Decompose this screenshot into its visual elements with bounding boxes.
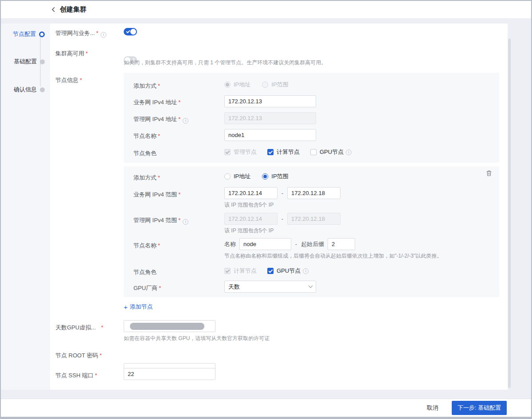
required-asterisk: * <box>159 285 161 291</box>
root-password-label: 节点 ROOT 密码 <box>55 352 98 359</box>
step-basic-config[interactable]: 基础配置 <box>14 58 45 66</box>
back-chevron-icon <box>51 7 56 12</box>
vertical-scrollbar[interactable] <box>508 39 511 388</box>
checkbox-icon <box>224 149 231 155</box>
name-suffix-separator: - <box>291 241 301 247</box>
radio-dot-icon <box>224 173 231 180</box>
delete-node-button[interactable] <box>486 170 492 178</box>
add-mode-label: 添加方式 <box>133 82 156 89</box>
page-title: 创建集群 <box>60 5 86 14</box>
add-node-button[interactable]: + 添加节点 <box>124 303 153 311</box>
cancel-button[interactable]: 取消 <box>427 404 438 412</box>
mgmt-business-label: 管理网与业务... <box>55 30 95 36</box>
info-icon[interactable]: i <box>346 149 352 155</box>
steps-sidebar: 节点配置 基础配置 确认信息 <box>1 23 50 390</box>
step-label: 节点配置 <box>13 30 36 38</box>
business-range-label: 业务网 IPv4 范围 <box>133 191 177 198</box>
required-asterisk: * <box>80 77 82 83</box>
info-icon[interactable]: i <box>303 268 309 274</box>
node-name-hint: 节点名称由名称和后缀组成，后缀将会自动从起始后缀依次往上增加，如"-1/-2/-… <box>224 252 442 260</box>
required-asterisk: * <box>158 133 160 139</box>
mgmt-business-toggle[interactable] <box>124 28 137 35</box>
step-node-config[interactable]: 节点配置 <box>13 30 45 38</box>
radio-ip-address: IP地址 <box>224 81 250 89</box>
radio-dot-icon <box>224 82 231 88</box>
license-label: 天数GPU虚拟... <box>55 324 96 331</box>
info-icon[interactable]: i <box>183 219 188 225</box>
trash-icon <box>486 170 492 176</box>
required-asterisk: * <box>158 242 160 249</box>
checkbox-icon <box>267 268 274 274</box>
node-card-1: 添加方式* IP地址 IP范围 业务网 IPv4 地址* 管理网 IPv4 地址… <box>124 73 499 163</box>
mgmt-ip-label: 管理网 IPv4 地址 <box>133 116 177 122</box>
radio-ip-range: IP范围 <box>262 81 288 89</box>
radio-label: IP地址 <box>234 172 250 180</box>
mgmt-range-end-input <box>287 213 340 225</box>
info-icon[interactable]: i <box>101 32 106 38</box>
required-asterisk: * <box>178 217 180 223</box>
node-name-label: 节点名称 <box>133 242 156 249</box>
info-icon[interactable]: i <box>183 118 188 124</box>
ssh-port-input[interactable] <box>124 368 215 380</box>
step-confirm-info[interactable]: 确认信息 <box>14 86 45 94</box>
chevron-down-icon <box>309 284 313 288</box>
range-separator: - <box>278 215 287 222</box>
footer-bar: 取消 下一步: 基础配置 <box>1 399 531 417</box>
checkbox-label: GPU节点 <box>320 148 344 156</box>
mgmt-range-label: 管理网 IPv4 范围 <box>133 217 177 223</box>
plus-icon: + <box>124 303 128 311</box>
toggle-knob <box>130 29 136 35</box>
mgmt-range-hint: 该 IP 范围包含5个 IP <box>224 227 274 235</box>
required-asterisk: * <box>100 352 102 359</box>
business-range-hint: 该 IP 范围包含5个 IP <box>224 201 274 209</box>
next-step-button[interactable]: 下一步: 基础配置 <box>452 401 507 415</box>
mgmt-ip-input <box>224 112 316 124</box>
license-hint: 如需在容器中共享天数 GPU，请填写从天数官方获取的许可证 <box>124 335 270 342</box>
required-asterisk: * <box>158 174 160 181</box>
step-label: 确认信息 <box>14 86 37 94</box>
checkbox-label: 管理节点 <box>234 148 257 156</box>
required-asterisk: * <box>86 50 88 57</box>
role-checkbox-gpu[interactable]: GPU节点 i <box>310 148 352 156</box>
gpu-vendor-select[interactable]: 天数 <box>224 281 316 293</box>
ha-label: 集群高可用 <box>55 50 84 57</box>
checkbox-icon <box>310 149 317 155</box>
step-pending-dot-icon <box>40 59 45 64</box>
ssh-port-label: 节点 SSH 端口 <box>55 372 94 379</box>
business-ip-input[interactable] <box>224 95 316 107</box>
back-button[interactable] <box>51 7 56 12</box>
add-node-label: 添加节点 <box>130 303 153 311</box>
node-info-label: 节点信息 <box>55 77 78 83</box>
role-checkbox-mgmt: 管理节点 <box>224 148 257 156</box>
required-asterisk: * <box>95 372 97 379</box>
radio-label: IP范围 <box>271 81 288 89</box>
form-panel: 管理网与业务...*i 集群高可用* 如关闭，则集群不支持高可用，只需 1 个管… <box>50 23 508 390</box>
name-field-label: 名称 <box>224 240 236 248</box>
checkbox-label: 计算节点 <box>277 148 300 156</box>
role-checkbox-compute[interactable]: 计算节点 <box>267 148 300 156</box>
create-cluster-page: 创建集群 节点配置 基础配置 确认信息 管理网与业务...*i 集群高可用* 如… <box>0 0 532 419</box>
license-input[interactable] <box>124 320 215 332</box>
node-roles-label: 节点角色 <box>133 150 156 157</box>
node-card-2: 添加方式* IP地址 IP范围 业务网 IPv4 范围* - 该 <box>124 166 499 297</box>
step-pending-dot-icon <box>40 87 45 92</box>
checkbox-icon <box>267 149 274 155</box>
node-base-name-input[interactable] <box>239 238 291 250</box>
node-name-input[interactable] <box>224 129 316 141</box>
radio-ip-range[interactable]: IP范围 <box>262 172 288 180</box>
role-checkbox-compute: 计算节点 <box>224 267 257 275</box>
radio-dot-icon <box>262 173 268 180</box>
business-ip-label: 业务网 IPv4 地址 <box>133 99 177 106</box>
node-roles-label: 节点角色 <box>133 269 156 275</box>
radio-label: IP地址 <box>234 81 250 89</box>
checkbox-icon <box>224 268 231 274</box>
role-checkbox-gpu[interactable]: GPU节点 i <box>267 267 309 275</box>
business-range-end-input[interactable] <box>287 187 340 199</box>
required-asterisk: * <box>178 99 180 106</box>
gpu-vendor-label: GPU厂商 <box>133 285 157 291</box>
gpu-vendor-value: 天数 <box>228 281 240 292</box>
start-suffix-input[interactable] <box>328 238 355 250</box>
business-range-start-input[interactable] <box>224 187 278 199</box>
radio-ip-address[interactable]: IP地址 <box>224 172 250 180</box>
required-asterisk: * <box>101 324 103 331</box>
